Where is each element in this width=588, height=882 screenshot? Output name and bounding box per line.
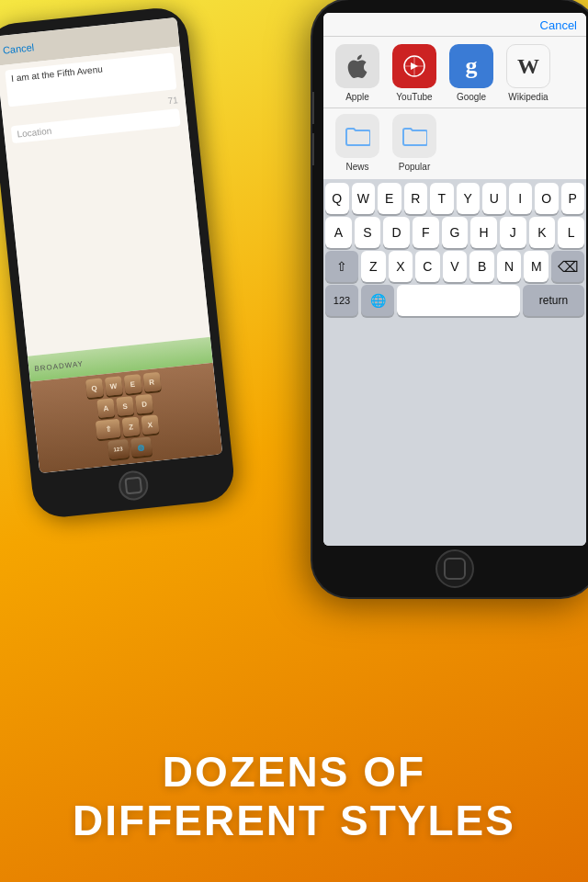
key-j[interactable]: J (500, 217, 526, 248)
apple-logo-icon (345, 53, 370, 79)
google-g-icon: g (466, 52, 478, 80)
wood-key-e[interactable]: E (123, 374, 141, 394)
tagline-line2: DIFFERENT STYLES (0, 797, 588, 845)
key-r[interactable]: R (404, 183, 428, 214)
wood-key-w[interactable]: W (104, 376, 122, 396)
key-p[interactable]: P (561, 183, 585, 214)
wood-key-z[interactable]: Z (122, 417, 141, 437)
back-home-button-inner (124, 477, 142, 495)
folders-row: News Popular (323, 108, 586, 179)
wood-key-a[interactable]: A (96, 398, 115, 418)
wikipedia-icon-img: W (506, 44, 550, 88)
popular-folder-icon-box (392, 114, 436, 158)
news-folder-icon-box (335, 114, 379, 158)
key-v[interactable]: V (443, 251, 468, 282)
youtube-label: YouTube (396, 92, 432, 102)
key-d[interactable]: D (383, 217, 410, 248)
youtube-logo-icon (401, 53, 427, 79)
key-i[interactable]: I (509, 183, 533, 214)
news-folder-icon (345, 123, 370, 149)
tagline-line1: DOZENS OF (0, 748, 588, 797)
bookmark-apple[interactable]: Apple (331, 44, 384, 102)
key-u[interactable]: U (482, 183, 506, 214)
keyboard-row-3: ⇧ Z X C V B N M ⌫ (325, 251, 584, 282)
globe-key[interactable]: 🌐 (361, 285, 394, 316)
return-key[interactable]: return (523, 285, 584, 316)
key-e[interactable]: E (378, 183, 401, 214)
wood-key-s[interactable]: S (116, 396, 134, 416)
wood-key-x[interactable]: X (141, 414, 159, 435)
sheet-cancel-button[interactable]: Cancel (540, 18, 577, 32)
key-s[interactable]: S (355, 217, 381, 248)
key-t[interactable]: T (430, 183, 454, 214)
back-home-button[interactable] (118, 469, 150, 502)
key-a[interactable]: A (325, 217, 352, 248)
back-cancel-button[interactable]: Cancel (2, 41, 34, 56)
key-x[interactable]: X (389, 251, 413, 282)
volume-up-button[interactable] (312, 92, 314, 124)
white-keyboard: Q W E R T Y U I O P A S D F G H J K (323, 179, 586, 546)
back-phone: Cancel I am at the Fifth Avenu 71 Locati… (0, 6, 236, 520)
wood-num-key[interactable]: 123 (107, 439, 130, 459)
keyboard-row-1: Q W E R T Y U I O P (325, 183, 584, 214)
folder-news[interactable]: News (331, 114, 384, 172)
key-o[interactable]: O (535, 183, 559, 214)
apple-label: Apple (345, 92, 369, 102)
front-phone-screen: Cancel Apple (323, 13, 586, 546)
key-h[interactable]: H (470, 217, 497, 248)
wood-shift-key[interactable]: ⇧ (96, 419, 121, 440)
youtube-icon-img (392, 44, 436, 88)
bookmark-google[interactable]: g Google (445, 44, 498, 102)
key-z[interactable]: Z (361, 251, 386, 282)
popular-folder-label: Popular (399, 162, 430, 172)
key-b[interactable]: B (469, 251, 494, 282)
key-y[interactable]: Y (457, 183, 481, 214)
key-k[interactable]: K (529, 217, 556, 248)
keyboard-row-4: 123 🌐 return (325, 285, 584, 316)
wikipedia-label: Wikipedia (508, 92, 548, 102)
key-q[interactable]: Q (325, 183, 349, 214)
key-g[interactable]: G (442, 217, 469, 248)
shift-key[interactable]: ⇧ (325, 251, 358, 282)
wood-key-d[interactable]: D (135, 394, 153, 414)
key-f[interactable]: F (413, 217, 439, 248)
keyboard-row-2: A S D F G H J K L (325, 217, 584, 248)
space-key[interactable] (397, 285, 520, 316)
bookmark-wikipedia[interactable]: W Wikipedia (502, 44, 555, 102)
front-home-button[interactable] (435, 549, 474, 588)
key-c[interactable]: C (415, 251, 440, 282)
wood-globe-key[interactable]: 🌐 (130, 436, 152, 457)
key-w[interactable]: W (352, 183, 376, 214)
delete-key[interactable]: ⌫ (551, 251, 584, 282)
wood-key-r[interactable]: R (142, 372, 161, 392)
news-folder-label: News (345, 162, 368, 172)
num-key[interactable]: 123 (325, 285, 358, 316)
google-icon-img: g (449, 44, 493, 88)
apple-icon-img (335, 44, 379, 88)
wikipedia-w-icon: W (517, 54, 539, 79)
volume-down-button[interactable] (312, 133, 314, 165)
popular-folder-icon (401, 123, 427, 149)
front-phone: Cancel Apple (312, 0, 588, 597)
front-home-button-inner (444, 558, 466, 580)
tagline-text: DOZENS OF DIFFERENT STYLES (0, 748, 588, 845)
bookmark-youtube[interactable]: YouTube (388, 44, 441, 102)
bookmarks-row: Apple YouTube (323, 37, 586, 108)
key-l[interactable]: L (558, 217, 584, 248)
bookmark-sheet: Cancel Apple (323, 13, 586, 179)
sheet-top-bar: Cancel (323, 13, 586, 37)
key-n[interactable]: N (497, 251, 522, 282)
folder-popular[interactable]: Popular (388, 114, 441, 172)
wooden-keyboard: Q W E R A S D ⇧ Z X 123 🌐 (30, 363, 222, 473)
google-label: Google (457, 92, 486, 102)
key-m[interactable]: M (524, 251, 548, 282)
wood-key-q[interactable]: Q (85, 378, 103, 398)
back-content-area: I am at the Fifth Avenu 71 Location (0, 47, 210, 356)
back-phone-screen: Cancel I am at the Fifth Avenu 71 Locati… (0, 17, 222, 473)
